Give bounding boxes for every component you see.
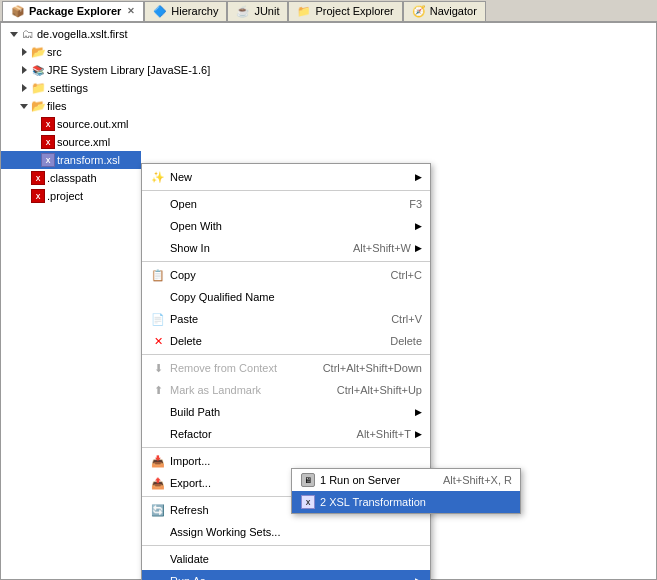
open-with-submenu-arrow: ▶ <box>415 221 422 231</box>
menu-item-run-as-label: Run As <box>170 575 411 580</box>
expand-settings-icon <box>19 83 29 93</box>
menu-item-refactor-label: Refactor <box>170 428 341 440</box>
menu-item-delete[interactable]: ✕ Delete Delete <box>142 330 430 352</box>
delete-icon: ✕ <box>150 333 166 349</box>
xml-icon-project: X <box>31 189 45 203</box>
menu-item-mark-landmark[interactable]: ⬆ Mark as Landmark Ctrl+Alt+Shift+Up <box>142 379 430 401</box>
tab-junit-label: JUnit <box>254 5 279 17</box>
refactor-icon <box>150 426 166 442</box>
show-in-submenu-arrow: ▶ <box>415 243 422 253</box>
menu-section-new: ✨ New ▶ <box>142 164 430 191</box>
menu-item-paste-label: Paste <box>170 313 375 325</box>
menu-item-refactor[interactable]: Refactor Alt+Shift+T ▶ <box>142 423 430 445</box>
submenu-item-xsl-transformation[interactable]: X 2 XSL Transformation <box>292 491 520 513</box>
xsl-transform-icon: X <box>300 494 316 510</box>
context-menu: ✨ New ▶ Open F3 Open With ▶ Show In Alt+… <box>141 163 431 580</box>
tree-item-transform-xsl[interactable]: X transform.xsl <box>1 151 141 169</box>
tree-item-files[interactable]: 📂 files <box>1 97 141 115</box>
copy-icon: 📋 <box>150 267 166 283</box>
menu-item-new-label: New <box>170 171 411 183</box>
menu-item-copy-qualified[interactable]: Copy Qualified Name <box>142 286 430 308</box>
tab-package-explorer-close[interactable]: ✕ <box>127 6 135 16</box>
expand-jre-icon <box>19 65 29 75</box>
tree-item-classpath-label: .classpath <box>47 172 97 184</box>
expand-src-icon <box>19 47 29 57</box>
tree-item-root[interactable]: 🗂 de.vogella.xslt.first <box>1 25 141 43</box>
menu-item-import-label: Import... <box>170 455 422 467</box>
tab-project-explorer[interactable]: 📁 Project Explorer <box>288 1 402 21</box>
expand-project-icon <box>19 191 29 201</box>
tab-hierarchy[interactable]: 🔷 Hierarchy <box>144 1 227 21</box>
tab-junit[interactable]: ☕ JUnit <box>227 1 288 21</box>
project-icon: 🗂 <box>21 27 35 41</box>
menu-section-open: Open F3 Open With ▶ Show In Alt+Shift+W … <box>142 191 430 262</box>
tree-item-root-label: de.vogella.xslt.first <box>37 28 127 40</box>
tree-item-source-xml-label: source.xml <box>57 136 110 148</box>
refresh-icon: 🔄 <box>150 502 166 518</box>
xml-icon-source-xml: X <box>41 135 55 149</box>
hierarchy-icon: 🔷 <box>153 4 167 18</box>
tree-item-settings-label: .settings <box>47 82 88 94</box>
paste-shortcut: Ctrl+V <box>391 313 422 325</box>
open-shortcut: F3 <box>409 198 422 210</box>
menu-item-validate-label: Validate <box>170 553 422 565</box>
xml-icon-source-out: X <box>41 117 55 131</box>
build-path-icon <box>150 404 166 420</box>
menu-item-validate[interactable]: Validate <box>142 548 430 570</box>
project-explorer-icon: 📁 <box>297 4 311 18</box>
new-icon: ✨ <box>150 169 166 185</box>
remove-context-icon: ⬇ <box>150 360 166 376</box>
import-icon: 📥 <box>150 453 166 469</box>
tree-item-project[interactable]: X .project <box>1 187 141 205</box>
folder-icon-files: 📂 <box>31 99 45 113</box>
server-run-icon: 🖥 <box>300 472 316 488</box>
expand-root-icon <box>9 29 19 39</box>
tree-item-src[interactable]: 📂 src <box>1 43 141 61</box>
menu-item-remove-context[interactable]: ⬇ Remove from Context Ctrl+Alt+Shift+Dow… <box>142 357 430 379</box>
tree-item-source-xml[interactable]: X source.xml <box>1 133 141 151</box>
tree-item-classpath[interactable]: X .classpath <box>1 169 141 187</box>
menu-item-show-in[interactable]: Show In Alt+Shift+W ▶ <box>142 237 430 259</box>
refactor-shortcut: Alt+Shift+T <box>357 428 411 440</box>
library-icon-jre: 📚 <box>31 63 45 77</box>
menu-item-show-in-label: Show In <box>170 242 337 254</box>
menu-item-copy-qualified-label: Copy Qualified Name <box>170 291 422 303</box>
show-in-shortcut: Alt+Shift+W <box>353 242 411 254</box>
menu-item-assign-working-sets[interactable]: Assign Working Sets... <box>142 521 430 543</box>
validate-icon <box>150 551 166 567</box>
menu-item-open-with[interactable]: Open With ▶ <box>142 215 430 237</box>
copy-qualified-icon <box>150 289 166 305</box>
refactor-submenu-arrow: ▶ <box>415 429 422 439</box>
menu-item-build-path-label: Build Path <box>170 406 411 418</box>
menu-item-open-label: Open <box>170 198 393 210</box>
expand-source-xml-icon <box>29 137 39 147</box>
tree-item-source-out-label: source.out.xml <box>57 118 129 130</box>
tree-item-source-out[interactable]: X source.out.xml <box>1 115 141 133</box>
menu-item-paste[interactable]: 📄 Paste Ctrl+V <box>142 308 430 330</box>
tree-item-transform-xsl-label: transform.xsl <box>57 154 120 166</box>
tab-package-explorer[interactable]: 📦 Package Explorer ✕ <box>2 1 144 21</box>
tab-navigator[interactable]: 🧭 Navigator <box>403 1 486 21</box>
menu-item-open[interactable]: Open F3 <box>142 193 430 215</box>
open-with-icon <box>150 218 166 234</box>
submenu-item-xsl-transformation-label: 2 XSL Transformation <box>320 496 512 508</box>
expand-transform-xsl-icon <box>29 155 39 165</box>
menu-section-build: ⬇ Remove from Context Ctrl+Alt+Shift+Dow… <box>142 355 430 448</box>
menu-item-assign-working-sets-label: Assign Working Sets... <box>170 526 422 538</box>
open-icon <box>150 196 166 212</box>
menu-item-run-as[interactable]: Run As ▶ <box>142 570 430 580</box>
submenu-item-run-on-server[interactable]: 🖥 1 Run on Server Alt+Shift+X, R <box>292 469 520 491</box>
tree-item-settings[interactable]: 📁 .settings <box>1 79 141 97</box>
menu-item-remove-context-label: Remove from Context <box>170 362 307 374</box>
tree-item-jre[interactable]: 📚 JRE System Library [JavaSE-1.6] <box>1 61 141 79</box>
menu-item-build-path[interactable]: Build Path ▶ <box>142 401 430 423</box>
run-as-icon <box>150 573 166 580</box>
main-panel: 🗂 de.vogella.xslt.first 📂 src 📚 JRE Syst… <box>0 22 657 580</box>
menu-item-copy-label: Copy <box>170 269 375 281</box>
show-in-icon <box>150 240 166 256</box>
menu-item-new[interactable]: ✨ New ▶ <box>142 166 430 188</box>
tree-item-files-label: files <box>47 100 67 112</box>
assign-working-sets-icon <box>150 524 166 540</box>
delete-shortcut: Delete <box>390 335 422 347</box>
menu-item-copy[interactable]: 📋 Copy Ctrl+C <box>142 264 430 286</box>
